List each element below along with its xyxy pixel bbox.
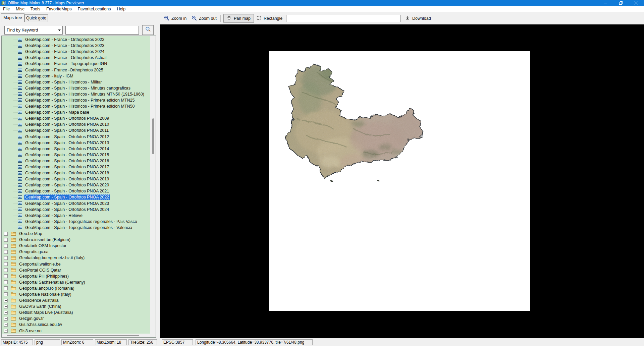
tree-folder-row[interactable]: Geoportal PH (Philippines) [2, 273, 150, 279]
tree-map-row[interactable]: GeaMap.com - Spain - Ortofotos PNOA 2015 [2, 152, 150, 158]
close-button[interactable] [629, 0, 644, 6]
expand-plus-icon[interactable] [4, 323, 8, 327]
menu-item-help[interactable]: Help [114, 6, 128, 12]
keyword-search-input[interactable] [65, 26, 139, 35]
tree-map-row[interactable]: GeaMap.com - Spain - Ortofotos PNOA 2022 [2, 194, 150, 200]
tree-item-label: GeaMap.com - Spain - Ortofotos PNOA 2010 [24, 122, 110, 127]
tree-map-row[interactable]: GeaMap.com - Spain - Relieve [2, 213, 150, 219]
tree-folder-row[interactable]: Gis3.nve.no [2, 328, 150, 334]
expand-plus-icon[interactable] [4, 256, 8, 260]
tree-folder-row[interactable]: Geobru.irisnet.be (Belgium) [2, 237, 150, 243]
toolbar-text-input[interactable] [286, 15, 401, 22]
expand-plus-icon[interactable] [4, 238, 8, 242]
pan-map-button[interactable]: Pan map [223, 14, 254, 23]
tree-map-row[interactable]: GeaMap.com - Spain - Ortofotos PNOA 2009 [2, 115, 150, 121]
tree-map-row[interactable]: GeaMap.com - France - Orthophotos 2024 [2, 49, 150, 55]
restore-button[interactable] [613, 0, 629, 6]
tree-folder-row[interactable]: Geoportale Nazionale (Italy) [2, 291, 150, 297]
expand-plus-icon[interactable] [4, 262, 8, 266]
expand-plus-icon[interactable] [4, 268, 8, 272]
tree-map-row[interactable]: GeaMap.com - Spain - Historicos - Milita… [2, 79, 150, 85]
tree-folder-row[interactable]: Gis.rchss.sinica.edu.tw [2, 322, 150, 328]
tree-map-row[interactable]: GeaMap.com - Spain - Ortofotos PNOA 2023 [2, 200, 150, 207]
tree-map-row[interactable]: GeaMap.com - Spain - Ortofotos PNOA 2016 [2, 158, 150, 164]
expand-plus-icon[interactable] [4, 299, 8, 302]
search-button[interactable] [142, 25, 154, 35]
expand-plus-icon[interactable] [4, 317, 8, 321]
tree-folder-row[interactable]: GeoPortal CGIS Qatar [2, 267, 150, 273]
tree-map-row[interactable]: GeaMap.com - Spain - Ortofotos PNOA 2014 [2, 146, 150, 152]
tree-map-row[interactable]: GeaMap.com - Spain - Historicos - Minuta… [2, 91, 150, 97]
maps-tree-viewport[interactable]: GeaMap.com - France - Orthophotos 2022Ge… [2, 36, 150, 334]
zoom-out-button[interactable]: Zoom out [190, 14, 218, 23]
folder-icon [11, 268, 16, 272]
map-layer-icon [18, 129, 22, 132]
tree-map-row[interactable]: GeaMap.com - Spain - Ortofotos PNOA 2010 [2, 121, 150, 127]
tree-map-row[interactable]: GeaMap.com - Spain - Ortofotos PNOA 2012 [2, 134, 150, 140]
tree-folder-row[interactable]: Geoscience Australia [2, 297, 150, 303]
tree-folder-row[interactable]: Geo.be Map [2, 231, 150, 237]
tree-folder-row[interactable]: Geogratis.gc.ca [2, 249, 150, 255]
tree-folder-row[interactable]: Geofabrik OSM Inspector [2, 243, 150, 249]
tree-map-row[interactable]: GeaMap.com - Spain - Historicos - Primer… [2, 103, 150, 109]
tree-horizontal-scrollbar[interactable] [2, 334, 156, 337]
tree-map-row[interactable]: GeaMap.com - Spain - Ortofotos PNOA 2018 [2, 170, 150, 176]
tree-folder-row[interactable]: Geoportail.wallonie.be [2, 261, 150, 267]
tree-map-row[interactable]: GeaMap.com - France - Orthophotos 2023 [2, 43, 150, 49]
expand-plus-icon[interactable] [4, 292, 8, 296]
map-layer-icon [18, 141, 22, 145]
tab-maps-tree[interactable]: Maps tree [1, 13, 24, 22]
expand-plus-icon[interactable] [4, 274, 8, 278]
vertical-scroll-thumb[interactable] [152, 118, 154, 154]
menu-item-tools[interactable]: Tools [28, 6, 43, 12]
map-layer-icon [18, 226, 22, 229]
chevron-down-icon[interactable] [56, 26, 62, 34]
tree-map-row[interactable]: GeaMap.com - Spain - Topograficos region… [2, 219, 150, 225]
tree-map-row[interactable]: GeaMap.com - France - Orthophotos 2022 [2, 37, 150, 43]
tree-map-row[interactable]: GeaMap.com - Spain - Ortofotos PNOA 2013 [2, 140, 150, 146]
tree-map-row[interactable]: GeaMap.com - Spain - Topograficos region… [2, 225, 150, 231]
map-canvas[interactable] [160, 24, 644, 338]
expand-plus-icon[interactable] [4, 250, 8, 254]
tree-folder-row[interactable]: Gezgin.gov.tr [2, 315, 150, 322]
horizontal-scroll-thumb[interactable] [7, 335, 139, 336]
expand-plus-icon[interactable] [4, 305, 8, 308]
tree-folder-row[interactable]: GEOVIS Earth (China) [2, 303, 150, 309]
expand-plus-icon[interactable] [4, 329, 8, 333]
rectangle-button[interactable]: Rectangle [255, 14, 284, 23]
tree-folder-row[interactable]: Geoportal.ancpi.ro (Romania) [2, 285, 150, 291]
tree-folder-row[interactable]: Getlost Maps Live (Australia) [2, 309, 150, 315]
tree-folder-row[interactable]: Geokatalog.buergernetz.bz.it (Italy) [2, 255, 150, 261]
map-tile-area[interactable] [269, 51, 530, 311]
tree-map-row[interactable]: GeaMap.com - Spain - Ortofotos PNOA 2017 [2, 164, 150, 170]
tree-map-row[interactable]: GeaMap.com - Spain - Ortofotos PNOA 2021 [2, 188, 150, 194]
folder-icon [11, 298, 16, 303]
tree-map-row[interactable]: GeaMap.com - France - Topographique IGN [2, 61, 150, 67]
tree-map-row[interactable]: GeaMap.com - Spain - Ortofotos PNOA 2024 [2, 207, 150, 213]
menu-item-misc[interactable]: Misc [13, 6, 28, 12]
tree-map-row[interactable]: GeaMap.com - France -Orthophotos 2025 [2, 67, 150, 73]
minimize-button[interactable] [598, 0, 613, 6]
tree-map-row[interactable]: GeaMap.com - France - Orthophotos Actual [2, 55, 150, 61]
expand-plus-icon[interactable] [4, 280, 8, 284]
tree-map-row[interactable]: GeaMap.com - Spain - Historicos - Primer… [2, 97, 150, 103]
tree-map-row[interactable]: GeaMap.com - Spain - Ortofotos PNOA 2019 [2, 176, 150, 182]
tree-map-row[interactable]: GeaMap.com - Spain - Ortofotos PNOA 2020 [2, 182, 150, 188]
tree-map-row[interactable]: GeaMap.com - Italy - IGM [2, 73, 150, 79]
tab-quick-goto[interactable]: Quick goto [24, 14, 48, 22]
expand-plus-icon[interactable] [4, 311, 8, 314]
tree-map-row[interactable]: GeaMap.com - Spain - Historicos - Minuta… [2, 85, 150, 91]
find-mode-select[interactable]: Find by Keyword [4, 26, 63, 35]
expand-plus-icon[interactable] [4, 232, 8, 236]
menu-item-file[interactable]: File [0, 6, 13, 12]
tree-folder-row[interactable]: Geoportal Sachsenatlas (Germany) [2, 279, 150, 285]
menu-item-favoritemaps[interactable]: FavoriteMaps [43, 6, 75, 12]
download-button[interactable]: Download [403, 14, 433, 23]
tree-map-row[interactable]: GeaMap.com - Spain - Mapa base [2, 109, 150, 115]
expand-plus-icon[interactable] [4, 244, 8, 248]
expand-plus-icon[interactable] [4, 286, 8, 290]
tree-map-row[interactable]: GeaMap.com - Spain - Ortofotos PNOA 2011 [2, 127, 150, 133]
menu-item-favoritelocations[interactable]: FavoriteLocations [75, 6, 114, 12]
zoom-in-button[interactable]: Zoom in [162, 14, 188, 23]
tree-vertical-scrollbar[interactable] [150, 36, 156, 334]
